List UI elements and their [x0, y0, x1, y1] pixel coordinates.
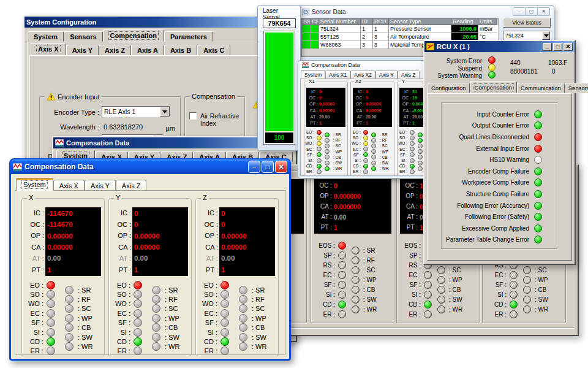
- status-led: [221, 347, 229, 355]
- status-led: [352, 256, 360, 264]
- tab-axis-z[interactable]: Axis Z: [398, 71, 420, 79]
- tab-parameters[interactable]: Parameters: [164, 31, 213, 42]
- tab-axis-x2[interactable]: Axis X2: [350, 71, 375, 79]
- status-led: [338, 242, 346, 250]
- status-led: [317, 152, 322, 157]
- status-led: [418, 149, 423, 154]
- status-led: [134, 318, 142, 327]
- cs-status-cell: [311, 33, 319, 41]
- status-led: [424, 310, 432, 318]
- tab-axis-y[interactable]: Axis Y: [85, 180, 116, 191]
- ss-status-cell: [302, 41, 311, 49]
- view-status-combo[interactable]: 75L324: [503, 31, 551, 40]
- indicator-row: Input Counter Error: [442, 109, 557, 120]
- status-led: [325, 138, 330, 143]
- signal-percent: 100: [265, 132, 293, 143]
- front-panel-z: Z IC :OC :OP :CA :AT :PT : 000.000000.00…: [195, 198, 279, 356]
- tab-configuration[interactable]: Configuration: [428, 83, 470, 93]
- tab-communication[interactable]: Communication: [517, 83, 565, 93]
- status-led: [534, 236, 542, 243]
- signal-level-fill: [265, 33, 293, 131]
- close-button[interactable]: ✕: [275, 161, 287, 173]
- status-led: [338, 281, 346, 289]
- status-led: [152, 286, 160, 294]
- tab-sensors[interactable]: Sensors: [565, 83, 588, 93]
- minimize-button[interactable]: –: [248, 161, 260, 173]
- status-led: [152, 304, 160, 313]
- titlebar[interactable]: Sensor Data – ▢ ✕: [298, 6, 554, 16]
- minimize-button[interactable]: –: [513, 7, 526, 16]
- tab-sensors[interactable]: Sensors: [64, 31, 102, 42]
- tab-axis-x[interactable]: Axis X: [31, 43, 66, 55]
- tab-axis-c[interactable]: Axis C: [197, 45, 230, 55]
- status-led: [534, 167, 542, 175]
- tabbar: System Axis X Axis Y Axis Z: [16, 178, 146, 191]
- ss-status-cell: [302, 25, 311, 33]
- indicator-row: Encoder Comp Failure: [442, 166, 557, 177]
- tab-axis-x[interactable]: Axis X: [53, 180, 85, 191]
- tab-axis-y[interactable]: Axis Y: [66, 45, 99, 55]
- compensation-data-icon: [55, 139, 64, 147]
- status-led: [371, 149, 376, 154]
- maximize-button[interactable]: ▢: [525, 7, 538, 16]
- tab-compensation[interactable]: Compensation: [103, 29, 164, 42]
- system-warning-label: System Warning: [437, 72, 482, 79]
- status-led: [534, 178, 542, 186]
- group-title: Compensation: [192, 93, 235, 100]
- indicator-row: Quad Lines Disconnected: [442, 131, 557, 143]
- status-led: [418, 132, 423, 137]
- status-led: [239, 314, 247, 323]
- rcu-icon: [426, 43, 434, 50]
- led-block: EO :SO :WO :EC :SF :SI :CD :ER : : SR: R…: [110, 280, 179, 356]
- status-led: [510, 301, 518, 309]
- status-led: [363, 141, 368, 146]
- indicator-row: HS10 Warning: [442, 154, 557, 166]
- tab-axis-x1[interactable]: Axis X1: [325, 71, 350, 79]
- status-led: [325, 144, 330, 148]
- minimize-button[interactable]: _: [543, 43, 552, 51]
- tab-axis-a[interactable]: Axis A: [131, 45, 164, 55]
- tab-system[interactable]: System: [301, 70, 325, 79]
- indicator-row: Parameter Table Change Error: [442, 234, 557, 246]
- status-led: [437, 305, 445, 313]
- status-led: [152, 314, 160, 323]
- maximize-button[interactable]: □: [553, 43, 562, 51]
- encoder-type-combo[interactable]: RLE Axis 1: [102, 106, 170, 117]
- system-warning-led: [488, 71, 496, 79]
- view-status-button[interactable]: View Status: [503, 18, 551, 28]
- status-led: [134, 309, 142, 318]
- close-button[interactable]: ✕: [537, 7, 550, 16]
- tab-axis-z[interactable]: Axis Z: [99, 45, 131, 55]
- status-led: [371, 132, 376, 137]
- maximize-button[interactable]: □: [262, 161, 274, 173]
- status-led: [424, 291, 432, 299]
- status-led: [221, 337, 229, 346]
- table-row[interactable]: 75L32411Pressure Sensor1006.0mBar: [302, 25, 499, 33]
- checkbox-label: Air Refractive Index: [200, 112, 239, 127]
- status-led: [424, 271, 432, 279]
- tab-axis-b[interactable]: Axis B: [164, 45, 197, 55]
- panel-title: Y: [401, 79, 406, 84]
- tab-system[interactable]: System: [16, 178, 53, 191]
- titlebar[interactable]: RCU X (1 ) _ □ ✕: [424, 41, 575, 52]
- tab-compensation[interactable]: Compensation: [470, 81, 517, 93]
- close-button[interactable]: ✕: [564, 43, 573, 51]
- titlebar[interactable]: System Configuration: [24, 17, 265, 28]
- titlebar[interactable]: Compensation Data – □ ✕: [10, 159, 290, 174]
- status-led: [534, 110, 542, 118]
- tab-axis-y[interactable]: Axis Y: [375, 71, 398, 79]
- status-led: [338, 310, 346, 318]
- tab-system[interactable]: System: [28, 31, 64, 42]
- status-led: [65, 304, 74, 313]
- status-led: [317, 130, 322, 135]
- compensation-data-icon: [13, 163, 22, 171]
- status-led: [352, 296, 360, 304]
- status-led: [47, 337, 55, 346]
- panel-title: Z: [201, 194, 209, 201]
- status-led: [418, 155, 423, 159]
- air-refractive-checkbox[interactable]: [189, 112, 197, 120]
- table-header: SSCSSerial NumberIDRCUSensor TypeReading…: [302, 18, 499, 25]
- tab-axis-z[interactable]: Axis Z: [116, 180, 147, 191]
- value-panel: 000.000000.000000.001: [219, 207, 275, 276]
- led-block: EO :SO :WO :EC :SF :SI :CD :ER : : SR: R…: [305, 129, 342, 175]
